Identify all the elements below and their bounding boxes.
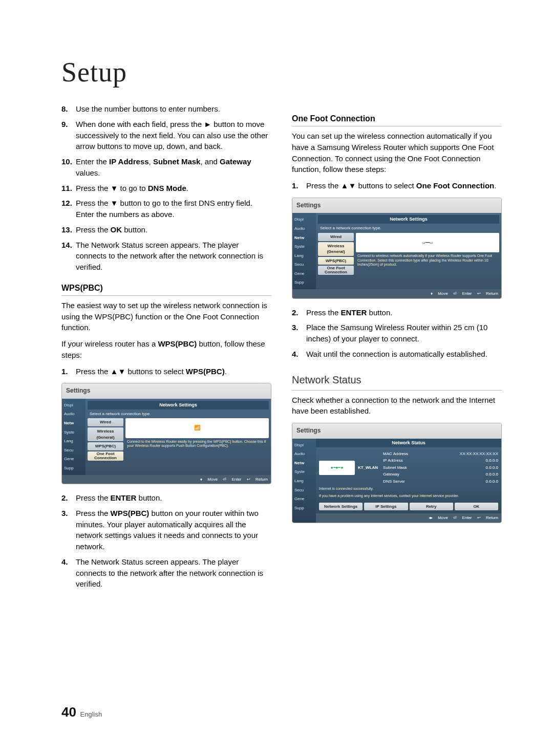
tv-banner: Network Settings [318,215,499,224]
tv-options: Wired Wireless (General) WPS(PBC) One Fo… [88,418,123,460]
wps-p1: The easiest way to set up the wireless n… [61,300,271,333]
ofc-step-2: 2. Press the ENTER button. [292,307,502,318]
opt-wireless[interactable]: Wireless (General) [88,427,123,441]
onefoot-p: You can set up the wireless connection a… [292,131,502,175]
tv-subheader: Select a network connection type. [88,409,269,419]
page-lang: English [80,710,102,718]
tv-title: Settings [62,383,271,398]
network-status-p: Check whether a connection to the networ… [292,395,502,417]
wps-step-1: 1. Press the ▲▼ buttons to select WPS(PB… [61,366,271,377]
network-status-heading: Network Status [292,373,502,391]
tv-sidebar: Displ Audio Netw Syste Lang Secu Gene Su… [292,439,316,523]
wps-p2: If your wireless router has a WPS(PBC) b… [61,338,271,361]
step-10: 10. Enter the IP Address, Subnet Mask, a… [61,156,271,179]
tv-hint-bar: ♦ Move ⏎ Enter ↩ Return [62,475,271,484]
network-status-tv: Settings Displ Audio Netw Syste Lang Sec… [292,423,502,523]
btn-retry[interactable]: Retry [410,503,453,511]
row-dns: DNS Server0.0.0.0 [383,478,498,485]
tv-banner: Network Settings [88,401,269,409]
step-12: 12. Press the ▼ button to go to the firs… [61,198,271,220]
ns-msg2: If you have a problem using any Internet… [319,492,498,500]
ssid: KT_WLAN [358,465,378,471]
tv-subheader: Select a network connection type. [318,224,499,233]
opt-one-foot[interactable]: One Foot Connection [88,451,123,461]
left-column: 8. Use the number buttons to enter numbe… [61,103,271,594]
tv-title: Settings [292,423,501,438]
tv-sidebar: Displ Audio Netw Syste Lang Secu Gene Su… [62,399,86,475]
router-icon: 📶 [125,418,269,438]
step-14: 14. The Network Status screen appears. T… [61,240,271,273]
wps-heading: WPS(PBC) [61,282,271,296]
tv-sidebar: Displ Audio Netw Syste Lang Secu Gene Su… [292,213,316,289]
tv-desc: Connect to the Wireless Router easily by… [125,438,269,461]
page-footer: 40 English [61,704,102,720]
page-title: Setup [61,56,502,88]
tv-hint-bar: ◂▸ Move ⏎ Enter ↩ Return [316,513,501,523]
step-13: 13. Press the OK button. [61,224,271,235]
tv-banner: Network Status [316,439,501,447]
step-8: 8. Use the number buttons to enter numbe… [61,103,271,115]
wps-step-4: 4. The Network Status screen appears. Th… [61,556,271,590]
opt-wireless[interactable]: Wireless (General) [318,242,354,256]
step-9: 9. When done with each field, press the … [61,119,271,152]
ofc-step-1: 1. Press the ▲▼ buttons to select One Fo… [292,180,502,191]
tv-title: Settings [292,198,501,213]
step-11: 11. Press the ▼ to go to DNS Mode. [61,183,271,194]
row-subnet: Subnet Mask0.0.0.0 [383,464,498,471]
ns-msg1: Internet is connected successfully. [319,485,498,492]
ns-button-bar: Network Settings IP Settings Retry OK [319,503,498,511]
router-icon: ▭━━▭ [356,233,499,252]
opt-wps[interactable]: WPS(PBC) [318,257,354,265]
onefoot-tv-screenshot: Settings Displ Audio Netw Syste Lang Sec… [292,198,502,299]
opt-wired[interactable]: Wired [88,418,123,426]
btn-network-settings[interactable]: Network Settings [319,503,363,511]
opt-wps[interactable]: WPS(PBC) [88,442,123,450]
wps-step-2: 2. Press the ENTER button. [61,492,271,504]
tv-hint-bar: ♦ Move ⏎ Enter ↩ Return [292,289,501,298]
btn-ip-settings[interactable]: IP Settings [364,503,408,511]
opt-one-foot[interactable]: One Foot Connection [318,266,354,275]
right-column: One Foot Connection You can set up the w… [292,103,502,594]
wps-tv-screenshot: Settings Displ Audio Netw Syste Lang Sec… [61,383,271,484]
row-ip: IP Address0.0.0.0 [383,457,498,464]
row-gateway: Gateway0.0.0.0 [383,471,498,478]
opt-wired[interactable]: Wired [318,233,354,241]
ofc-step-4: 4. Wait until the connection is automati… [292,349,502,360]
page-number: 40 [61,704,76,720]
onefoot-heading: One Foot Connection [292,113,502,126]
tv-desc: Connect to wireless network automaticall… [356,252,499,275]
ofc-step-3: 3. Place the Samsung Wireless Router wit… [292,322,502,344]
wifi-connected-icon: ●━●━● [319,461,355,475]
row-mac: MAC AddressXX:XX:XX:XX:XX:XX [383,450,498,458]
wps-step-3: 3. Press the WPS(PBC) button on your rou… [61,508,271,552]
btn-ok[interactable]: OK [455,503,498,511]
